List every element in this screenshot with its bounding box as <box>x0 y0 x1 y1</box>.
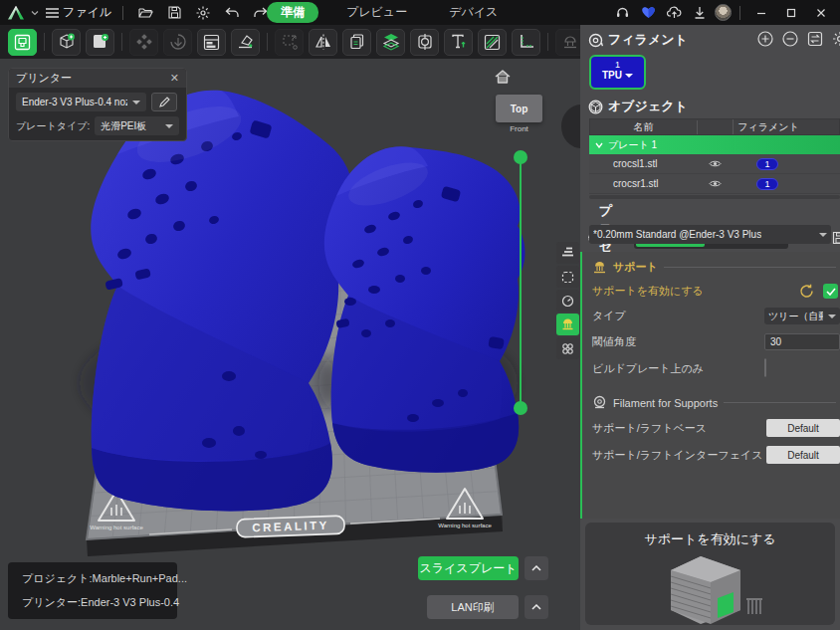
save-preset-icon[interactable] <box>832 231 840 245</box>
seam-tool-button[interactable] <box>556 266 579 288</box>
slider-knob-bottom[interactable] <box>514 401 527 415</box>
plate-row[interactable]: プレート 1 <box>589 135 840 154</box>
split-layout-button[interactable] <box>197 29 226 56</box>
main-toolbar <box>0 25 580 59</box>
threshold-angle-label: 閾値角度 <box>592 334 764 349</box>
layers-tool-button[interactable] <box>556 242 579 264</box>
support-interface-select[interactable]: Default <box>766 446 840 464</box>
plate-settings-button[interactable] <box>8 29 37 56</box>
remove-filament-icon[interactable] <box>782 31 798 47</box>
setting-hint-card: サポートを有効にする <box>585 523 835 625</box>
filament-slot-1[interactable]: 1 TPU <box>589 55 646 90</box>
paint-button[interactable] <box>478 29 507 56</box>
settings-button[interactable] <box>192 4 214 22</box>
visibility-toggle[interactable] <box>697 179 733 188</box>
maximize-icon <box>786 8 796 18</box>
maximize-button[interactable] <box>778 0 804 25</box>
measure-button[interactable] <box>512 29 540 56</box>
download-button[interactable] <box>689 4 711 22</box>
printer-select[interactable]: Ender-3 V3 Plus-0.4 nozzle <box>16 93 146 111</box>
undo-button[interactable] <box>221 4 243 22</box>
lan-print-button[interactable]: LAN印刷 <box>427 595 519 619</box>
status-project: プロジェクト:Marble+Run+Pad... <box>22 571 187 586</box>
visibility-toggle[interactable] <box>697 159 733 168</box>
slice-options-button[interactable] <box>525 556 548 580</box>
add-model-button[interactable] <box>52 29 81 56</box>
tab-prepare[interactable]: 準備 <box>267 2 318 23</box>
open-file-button[interactable] <box>134 4 156 22</box>
save-button[interactable] <box>163 4 185 22</box>
plate-type-select[interactable]: 光滑PEI板 <box>95 116 179 135</box>
divider <box>122 6 123 20</box>
ruler-icon <box>518 33 535 51</box>
model-crocsr1[interactable] <box>324 146 525 472</box>
printer-panel-close-icon[interactable]: ✕ <box>170 72 179 85</box>
swap-filament-icon[interactable] <box>807 31 823 47</box>
view-cube[interactable]: Top <box>496 95 542 122</box>
chevron-down-icon <box>819 233 827 237</box>
eye-icon <box>709 179 722 188</box>
file-menu[interactable]: ファイル <box>46 4 111 21</box>
chevron-down-icon <box>625 74 633 78</box>
upload-cloud-button[interactable] <box>663 4 685 22</box>
app-logo-icon[interactable] <box>8 6 24 20</box>
slice-plate-button[interactable]: スライスプレート <box>418 556 519 580</box>
support-tool-button[interactable] <box>556 314 579 335</box>
threshold-angle-input[interactable] <box>764 333 840 350</box>
add-cube-icon <box>58 33 76 51</box>
auto-orient-button[interactable] <box>163 29 192 56</box>
layer-range-slider[interactable] <box>514 150 527 415</box>
home-view-button[interactable] <box>495 70 511 88</box>
object-row-crocsr1[interactable]: crocsr1.stl 1 <box>589 174 840 194</box>
filament-badge: 1 <box>756 178 778 190</box>
object-row-crocsl1[interactable]: crocsl1.stl 1 <box>589 154 840 174</box>
model-crocsl1[interactable] <box>91 91 353 512</box>
text-tool-button[interactable] <box>444 29 473 56</box>
plugins-tool-button[interactable] <box>556 337 579 359</box>
tab-device[interactable]: デバイス <box>435 2 512 23</box>
flatten-button[interactable] <box>231 29 260 56</box>
table-scrollbar[interactable] <box>589 195 840 199</box>
support-base-select[interactable]: Default <box>766 419 840 437</box>
add-filament-icon[interactable] <box>757 31 773 47</box>
logo-chevron-down-icon[interactable] <box>31 9 39 17</box>
mirror-button[interactable] <box>309 29 337 56</box>
filament-assign[interactable]: 1 <box>733 178 802 190</box>
creality-cloud-button[interactable] <box>637 4 659 22</box>
reset-value-icon[interactable] <box>799 284 814 299</box>
split-object-button[interactable] <box>376 29 405 56</box>
split-object-icon <box>382 33 400 51</box>
paint-hatch-icon <box>484 34 501 51</box>
arrange-icon <box>135 33 153 51</box>
preset-select[interactable]: *0.20mm Standard @Ender-3 V3 Plus <box>589 225 831 244</box>
cut-button[interactable] <box>410 29 439 56</box>
status-printer: プリンター:Ender-3 V3 Plus-0.4 <box>22 595 179 610</box>
speed-tool-button[interactable] <box>556 290 579 312</box>
slider-track[interactable] <box>520 157 522 408</box>
transform-button[interactable] <box>275 29 304 56</box>
minimize-button[interactable] <box>748 0 774 25</box>
close-button[interactable] <box>808 0 834 25</box>
filament-settings-gear-icon[interactable] <box>832 31 840 47</box>
user-avatar[interactable] <box>715 4 732 21</box>
support-type-select[interactable]: ツリー（自動） <box>764 308 840 324</box>
add-plate-button[interactable] <box>86 29 114 56</box>
undo-icon <box>225 7 239 18</box>
arrange-button[interactable] <box>129 29 158 56</box>
support-base-row: サポート/ラフトベース Default <box>592 419 840 437</box>
slider-knob-top[interactable] <box>514 150 527 164</box>
clone-button[interactable] <box>342 29 371 56</box>
divider <box>664 267 836 268</box>
viewport-side-toolbar <box>556 242 579 359</box>
buildplate-only-checkbox[interactable] <box>764 358 766 377</box>
lan-print-options-button[interactable] <box>525 595 548 619</box>
support-paint-button[interactable] <box>555 29 580 56</box>
enable-support-checkbox[interactable] <box>823 284 838 299</box>
3d-viewport[interactable]: Warning hot surface Warning hot surface … <box>0 59 580 630</box>
support-headset-button[interactable] <box>611 4 633 22</box>
filament-assign[interactable]: 1 <box>733 158 802 170</box>
support-type-label: タイプ <box>592 309 764 323</box>
clone-icon <box>348 33 366 51</box>
tab-preview[interactable]: プレビュー <box>332 2 421 23</box>
edit-printer-button[interactable] <box>151 93 177 111</box>
